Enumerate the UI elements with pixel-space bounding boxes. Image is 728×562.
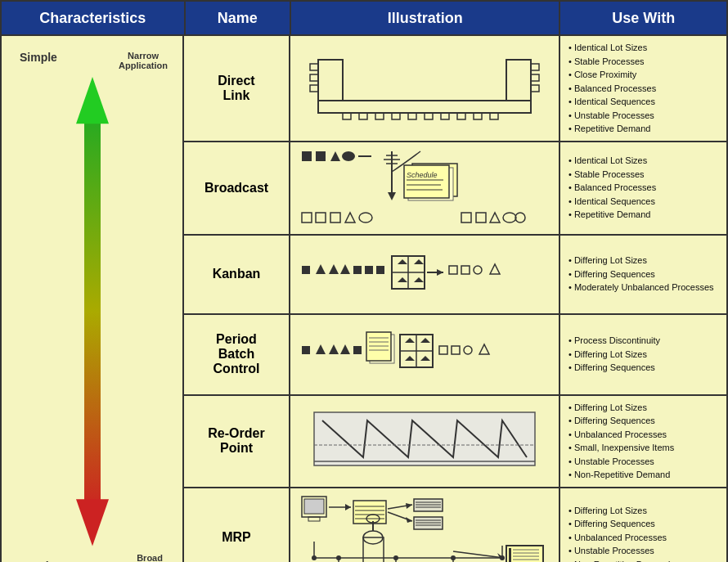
broadcast-svg: Schedule Schedule	[298, 147, 551, 229]
use-direct-link: Identical Lot Sizes Stable Processes Clo…	[560, 36, 726, 141]
svg-rect-54	[302, 266, 310, 274]
name-broadcast: Broadcast	[184, 142, 290, 234]
header-characteristics-label: Characteristics	[39, 10, 146, 27]
row-reorder-point: Re-Order Point	[184, 396, 726, 488]
svg-rect-50	[476, 213, 486, 223]
header-illustration-label: Illustration	[388, 10, 463, 27]
svg-marker-89	[420, 338, 430, 343]
char-simple-label: Simple	[20, 51, 57, 64]
use-list-mrp: Differing Lot Sizes Differing Sequences …	[568, 504, 670, 562]
row-mrp: MRP	[184, 488, 726, 563]
svg-point-94	[464, 346, 472, 354]
svg-marker-88	[405, 338, 415, 343]
svg-rect-23	[316, 151, 326, 161]
use-broadcast: Identical Lot Sizes Stable Processes Bal…	[560, 142, 726, 234]
svg-marker-67	[414, 277, 424, 282]
svg-rect-59	[365, 266, 373, 274]
svg-rect-45	[316, 213, 326, 223]
svg-rect-44	[302, 213, 312, 223]
illus-broadcast: Schedule Schedule	[290, 142, 560, 234]
svg-rect-12	[343, 113, 351, 119]
svg-marker-32	[388, 192, 396, 200]
svg-marker-73	[490, 264, 500, 274]
svg-point-142	[393, 555, 398, 560]
svg-rect-8	[531, 64, 539, 70]
svg-rect-49	[461, 213, 471, 223]
mrp-svg: MRPII	[298, 492, 551, 563]
svg-point-72	[474, 266, 482, 274]
svg-text:Schedule: Schedule	[407, 171, 438, 179]
svg-rect-58	[353, 266, 362, 274]
svg-rect-22	[302, 151, 312, 161]
header-use-with-label: Use With	[612, 10, 675, 27]
header-characteristics: Characteristics	[2, 2, 186, 34]
row-kanban: Kanban	[184, 236, 726, 315]
svg-rect-16	[408, 113, 416, 119]
svg-marker-51	[490, 213, 500, 223]
header-illustration: Illustration	[291, 2, 560, 34]
svg-rect-78	[353, 346, 362, 354]
use-list-period-batch: Process Discontinuity Differing Lot Size…	[568, 334, 660, 375]
svg-point-143	[451, 555, 456, 560]
svg-marker-76	[329, 344, 339, 354]
svg-rect-39	[404, 165, 449, 198]
svg-rect-15	[392, 113, 400, 119]
svg-rect-3	[318, 60, 343, 101]
svg-rect-6	[310, 85, 318, 92]
char-narrow-label: NarrowApplication	[119, 51, 168, 70]
use-list-broadcast: Identical Lot Sizes Stable Processes Bal…	[568, 154, 656, 222]
use-list-reorder: Differing Lot Sizes Differing Sequences …	[568, 401, 674, 482]
name-period-batch: Period Batch Control	[184, 315, 290, 394]
svg-point-48	[359, 213, 372, 223]
header-use-with: Use With	[560, 2, 726, 34]
svg-rect-19	[457, 113, 465, 119]
svg-marker-55	[316, 264, 326, 274]
svg-rect-0	[84, 112, 101, 510]
use-kanban: Differing Lot Sizes Differing Sequences …	[560, 236, 726, 313]
svg-marker-103	[345, 504, 351, 510]
svg-point-25	[342, 151, 355, 161]
svg-rect-9	[531, 74, 539, 81]
svg-marker-91	[420, 356, 430, 361]
header-name: Name	[186, 2, 292, 34]
svg-rect-18	[441, 113, 449, 119]
row-direct-link: Direct Link	[184, 36, 726, 142]
use-reorder: Differing Lot Sizes Differing Sequences …	[560, 396, 726, 487]
svg-line-145	[453, 551, 504, 558]
row-broadcast: Broadcast	[184, 142, 726, 236]
svg-rect-104	[353, 501, 386, 524]
illus-kanban	[290, 236, 560, 313]
illus-reorder	[290, 396, 560, 487]
svg-rect-122	[509, 548, 511, 563]
direct-link-svg	[302, 52, 547, 125]
svg-rect-14	[375, 113, 384, 119]
svg-rect-74	[302, 346, 310, 354]
svg-marker-95	[479, 344, 489, 354]
svg-rect-46	[330, 213, 340, 223]
name-kanban: Kanban	[184, 236, 290, 313]
svg-rect-93	[452, 346, 460, 354]
reorder-svg	[298, 404, 551, 478]
name-direct-link: Direct Link	[184, 36, 290, 141]
char-complex-label: Complex	[13, 560, 61, 563]
pbc-svg	[298, 320, 551, 389]
svg-point-52	[503, 213, 516, 223]
svg-marker-69	[437, 269, 443, 276]
svg-point-141	[336, 555, 341, 560]
svg-marker-1	[76, 77, 109, 124]
svg-marker-56	[329, 264, 339, 274]
svg-marker-2	[76, 499, 109, 546]
svg-rect-71	[461, 266, 470, 274]
header-row: Characteristics Name Illustration Use Wi…	[2, 2, 726, 36]
svg-rect-21	[490, 113, 498, 119]
svg-point-140	[312, 555, 317, 560]
svg-point-53	[515, 213, 525, 223]
use-list-kanban: Differing Lot Sizes Differing Sequences …	[568, 254, 714, 294]
kanban-svg	[298, 241, 551, 307]
name-reorder-point: Re-Order Point	[184, 396, 290, 487]
svg-rect-70	[449, 266, 457, 274]
svg-marker-75	[316, 344, 326, 354]
illus-direct-link	[290, 36, 560, 141]
svg-marker-90	[405, 356, 415, 361]
svg-rect-92	[439, 346, 447, 354]
